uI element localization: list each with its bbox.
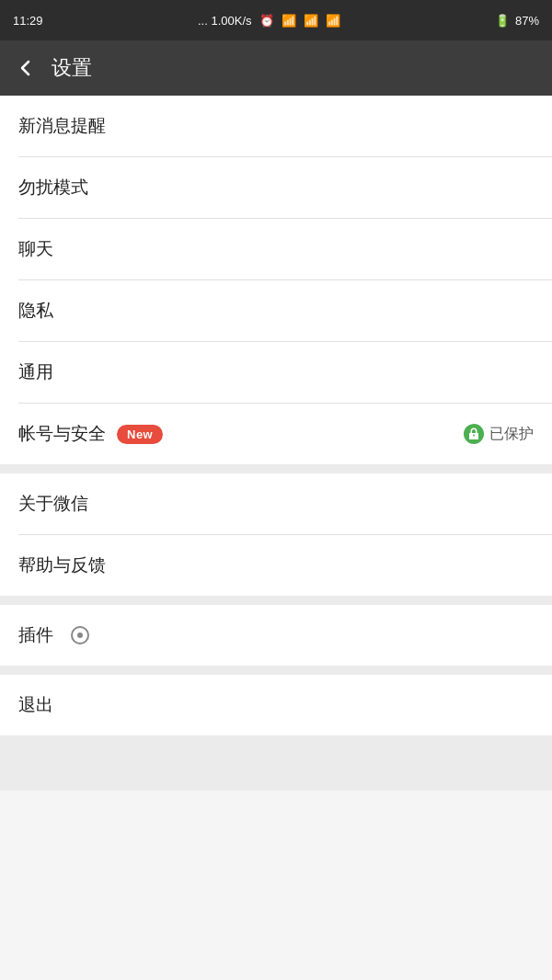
status-time: 11:29 xyxy=(13,14,43,28)
status-alarm: ⏰ xyxy=(259,14,274,28)
status-bar: 11:29 ... 1.00K/s ⏰ 📶 📶 📶 🔋 87% xyxy=(0,0,552,40)
svg-point-1 xyxy=(77,632,83,638)
status-signal1: 📶 xyxy=(304,14,318,28)
menu-label-about-wechat: 关于微信 xyxy=(18,492,88,516)
menu-item-logout[interactable]: 退出 xyxy=(0,675,552,735)
new-badge: New xyxy=(117,425,163,444)
menu-label-account-security: 帐号与安全 xyxy=(18,422,106,446)
status-speed: ... 1.00K/s xyxy=(198,14,252,28)
menu-item-help-feedback[interactable]: 帮助与反馈 xyxy=(0,535,552,596)
section-divider-3 xyxy=(0,666,552,675)
section-divider-1 xyxy=(0,464,552,473)
menu-item-new-message[interactable]: 新消息提醒 xyxy=(0,96,552,156)
lock-icon xyxy=(464,424,484,444)
menu-item-about-wechat[interactable]: 关于微信 xyxy=(0,473,552,534)
status-battery: 🔋 87% xyxy=(495,14,539,28)
nav-bar: 设置 xyxy=(0,40,552,96)
menu-label-dnd: 勿扰模式 xyxy=(18,176,88,199)
menu-item-chat[interactable]: 聊天 xyxy=(0,219,552,279)
status-wifi: 📶 xyxy=(282,14,296,28)
menu-label-new-message: 新消息提醒 xyxy=(18,114,106,138)
menu-item-privacy[interactable]: 隐私 xyxy=(0,280,552,341)
page-title: 设置 xyxy=(52,54,92,82)
menu-label-chat: 聊天 xyxy=(18,237,53,261)
plugin-icon xyxy=(70,625,90,645)
menu-item-dnd[interactable]: 勿扰模式 xyxy=(0,157,552,218)
logout-section: 退出 xyxy=(0,675,552,735)
menu-label-privacy: 隐私 xyxy=(18,299,53,323)
menu-item-general[interactable]: 通用 xyxy=(0,342,552,403)
about-section: 关于微信 帮助与反馈 xyxy=(0,473,552,596)
menu-label-plugins: 插件 xyxy=(18,623,53,647)
section-divider-4 xyxy=(0,735,552,791)
protected-text: 已保护 xyxy=(489,425,534,444)
back-button[interactable] xyxy=(15,57,37,79)
main-section: 新消息提醒 勿扰模式 聊天 隐私 通用 帐号与安全 New xyxy=(0,96,552,464)
plugin-section: 插件 xyxy=(0,605,552,666)
section-divider-2 xyxy=(0,596,552,605)
menu-label-general: 通用 xyxy=(18,360,53,384)
status-signal2: 📶 xyxy=(326,14,340,28)
battery-icon: 🔋 xyxy=(495,14,510,28)
menu-label-help-feedback: 帮助与反馈 xyxy=(18,553,106,577)
menu-item-plugins[interactable]: 插件 xyxy=(0,605,552,666)
status-center: ... 1.00K/s ⏰ 📶 📶 📶 xyxy=(198,14,340,28)
menu-label-logout: 退出 xyxy=(18,693,53,717)
menu-item-account-security[interactable]: 帐号与安全 New 已保护 xyxy=(0,404,552,464)
